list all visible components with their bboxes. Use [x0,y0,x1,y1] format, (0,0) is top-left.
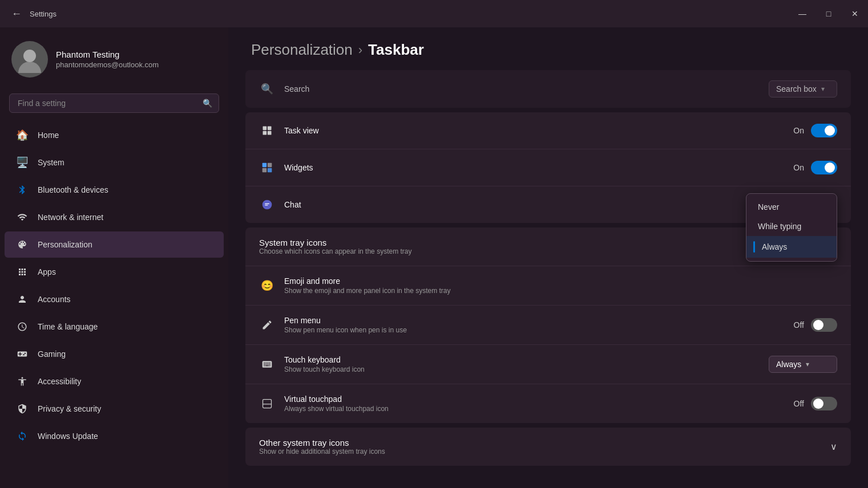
sidebar-item-label: Accessibility [38,377,81,386]
breadcrumb: Personalization › Taskbar [228,27,868,70]
accounts-icon [16,293,29,306]
bluetooth-icon [16,184,29,196]
user-email: phantomodemos@outlook.com [56,60,159,69]
sidebar-item-label: Privacy & security [38,404,101,413]
never-option-label: Never [758,202,779,212]
widgets-label: Widgets [284,163,784,172]
network-icon [16,211,29,223]
system-tray-section: System tray icons Choose which icons can… [245,227,851,423]
close-button[interactable]: ✕ [842,0,868,27]
sidebar-item-label: Network & internet [38,213,103,222]
other-tray-label: Other system tray icons [259,438,830,448]
widgets-icon [259,160,275,176]
task-view-icon [259,123,275,139]
content-area: Personalization › Taskbar 🔍 Search Searc… [228,27,868,488]
svg-rect-5 [268,131,272,135]
widgets-row: Widgets On [245,149,851,186]
other-tray-desc: Show or hide additional system tray icon… [259,448,830,456]
search-input[interactable] [9,93,219,113]
expand-icon[interactable]: ∨ [830,441,837,452]
touch-keyboard-dropdown-value: Always [776,360,801,369]
user-profile[interactable]: Phantom Testing phantomodemos@outlook.co… [0,27,228,89]
minimize-button[interactable]: — [789,0,815,27]
breadcrumb-parent[interactable]: Personalization [251,41,353,59]
touch-keyboard-row: Touch keyboard Show touch keyboard icon … [245,345,851,384]
touch-keyboard-control: Always ▾ [769,356,837,373]
touch-keyboard-text: Touch keyboard Show touch keyboard icon [284,355,760,373]
search-icon: 🔍 [203,99,212,108]
chat-icon [259,197,275,213]
pen-menu-toggle[interactable] [811,318,837,332]
sidebar-item-accounts[interactable]: Accounts [5,286,224,312]
pen-menu-desc: Show pen menu icon when pen is in use [284,326,785,334]
virtual-touchpad-desc: Always show virtual touchpad icon [284,405,785,413]
titlebar: ← Settings — □ ✕ [0,0,868,27]
widgets-toggle[interactable] [811,161,837,174]
svg-rect-8 [263,168,267,173]
maximize-button[interactable]: □ [815,0,842,27]
accessibility-icon [16,375,29,388]
search-dropdown[interactable]: Search box ▾ [769,80,837,97]
touch-keyboard-dropdown[interactable]: Always ▾ [769,356,837,373]
task-view-toggle[interactable] [811,124,837,137]
other-tray-section: Other system tray icons Show or hide add… [245,428,851,466]
virtual-touchpad-text: Virtual touchpad Always show virtual tou… [284,395,785,413]
sidebar-item-system[interactable]: 🖥️ System [5,149,224,176]
tray-sub-rows: 😊 Emoji and more Show the emoji and more… [245,266,851,423]
sidebar-item-bluetooth[interactable]: Bluetooth & devices [5,177,224,203]
toggle-knob [813,398,823,409]
user-name: Phantom Testing [56,50,159,59]
touch-keyboard-desc: Show touch keyboard icon [284,365,760,373]
sidebar-item-network[interactable]: Network & internet [5,204,224,230]
dropdown-option-never[interactable]: Never [746,197,837,217]
sidebar-item-accessibility[interactable]: Accessibility [5,368,224,395]
sidebar-item-windows-update[interactable]: Windows Update [5,423,224,449]
task-view-row: Task view On [245,112,851,149]
chat-label: Chat [284,200,784,209]
svg-rect-2 [263,127,267,131]
sidebar-item-time[interactable]: Time & language [5,314,224,340]
app-container: Phantom Testing phantomodemos@outlook.co… [0,27,868,488]
pen-menu-control: Off [794,318,837,332]
breadcrumb-current: Taskbar [368,41,424,59]
pen-icon [259,317,275,333]
search-row[interactable]: 🔍 Search Search box ▾ [245,70,851,108]
svg-point-10 [263,200,272,210]
emoji-desc: Show the emoji and more panel icon in th… [284,287,837,295]
svg-rect-4 [263,131,267,135]
sidebar-item-home[interactable]: 🏠 Home [5,122,224,148]
widgets-toggle-label: On [793,163,804,172]
task-view-toggle-label: On [793,126,804,135]
privacy-icon [16,402,29,415]
dropdown-option-always[interactable]: Always [746,236,837,258]
user-info: Phantom Testing phantomodemos@outlook.co… [56,50,159,69]
tray-section-desc: Choose which icons can appear in the sys… [259,247,821,255]
sidebar-item-gaming[interactable]: Gaming [5,341,224,367]
tray-section-label: System tray icons [259,238,821,247]
update-icon [16,430,29,442]
emoji-text: Emoji and more Show the emoji and more p… [284,276,837,295]
sidebar-item-apps[interactable]: Apps [5,259,224,285]
sidebar-item-personalization[interactable]: Personalization [5,231,224,258]
widgets-text: Widgets [284,163,784,172]
gaming-icon [16,348,29,360]
always-option-label: Always [762,242,787,251]
dropdown-option-while-typing[interactable]: While typing [746,217,837,236]
dropdown-popup: Never While typing Always [746,193,837,262]
virtual-touchpad-label: Virtual touchpad [284,395,785,404]
toggle-knob [825,125,835,136]
svg-point-1 [23,50,36,62]
svg-rect-6 [263,163,267,168]
other-tray-header[interactable]: Other system tray icons Show or hide add… [245,428,851,466]
sidebar-item-privacy[interactable]: Privacy & security [5,396,224,422]
sidebar-item-label: Time & language [38,322,98,331]
breadcrumb-separator: › [358,43,362,58]
chevron-down-icon: ▾ [821,85,825,93]
back-button[interactable]: ← [9,6,24,22]
emoji-label: Emoji and more [284,276,837,286]
emoji-icon: 😊 [259,278,275,294]
tray-header-text: System tray icons Choose which icons can… [259,238,821,255]
search-dropdown-value: Search box [776,84,817,93]
virtual-touchpad-toggle[interactable] [811,397,837,410]
chat-text: Chat [284,200,784,209]
